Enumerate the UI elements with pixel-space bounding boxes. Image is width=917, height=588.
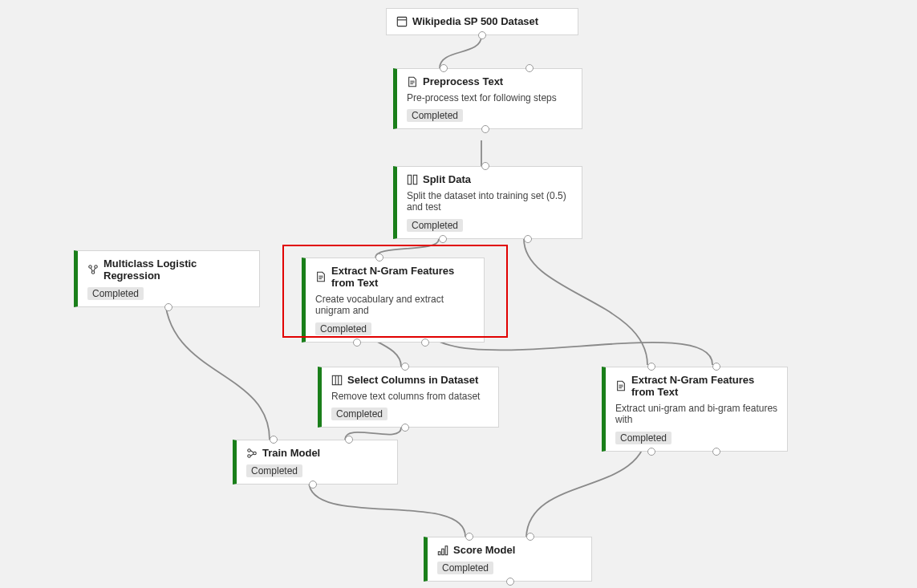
output-port[interactable]: [647, 448, 655, 456]
node-title: Wikipedia SP 500 Dataset: [412, 15, 538, 27]
output-port[interactable]: [481, 125, 489, 133]
output-port[interactable]: [439, 235, 447, 243]
input-port[interactable]: [481, 162, 489, 170]
status-badge: Completed: [87, 287, 144, 300]
svg-point-12: [248, 454, 251, 457]
train-icon: [246, 448, 258, 459]
algorithm-icon: [87, 264, 99, 275]
node-score-model[interactable]: Score Model Completed: [424, 537, 592, 582]
svg-rect-7: [332, 375, 341, 384]
input-port[interactable]: [345, 436, 353, 444]
svg-rect-14: [442, 549, 444, 554]
svg-point-5: [95, 266, 98, 269]
svg-point-11: [254, 452, 257, 455]
input-port[interactable]: [712, 363, 720, 371]
dataset-icon: [396, 16, 408, 27]
node-description: Split the dataset into training set (0.5…: [407, 190, 574, 213]
input-port[interactable]: [270, 436, 278, 444]
output-port[interactable]: [309, 481, 317, 489]
status-badge: Completed: [315, 322, 371, 335]
node-title: Extract N-Gram Features from Text: [331, 265, 476, 289]
input-port[interactable]: [465, 533, 473, 541]
svg-rect-13: [438, 551, 440, 554]
output-port[interactable]: [164, 303, 172, 311]
document-icon: [407, 76, 418, 87]
node-extract-ngram-1[interactable]: Extract N-Gram Features from Text Create…: [302, 258, 485, 343]
node-preprocess-text[interactable]: Preprocess Text Pre-process text for fol…: [393, 68, 582, 129]
document-icon: [615, 380, 627, 391]
svg-point-6: [91, 271, 95, 274]
input-port[interactable]: [525, 64, 534, 72]
node-title: Preprocess Text: [423, 75, 503, 87]
status-badge: Completed: [407, 219, 463, 232]
svg-rect-0: [397, 17, 406, 26]
output-port[interactable]: [524, 235, 532, 243]
node-select-columns[interactable]: Select Columns in Dataset Remove text co…: [318, 367, 499, 428]
status-badge: Completed: [407, 109, 463, 122]
node-extract-ngram-2[interactable]: Extract N-Gram Features from Text Extrac…: [602, 367, 788, 452]
document-icon: [315, 271, 327, 282]
node-split-data[interactable]: Split Data Split the dataset into traini…: [393, 166, 582, 239]
columns-icon: [331, 375, 343, 386]
svg-rect-2: [408, 175, 411, 184]
svg-point-10: [248, 448, 251, 452]
node-title: Extract N-Gram Features from Text: [631, 374, 779, 398]
svg-rect-15: [445, 545, 448, 554]
node-title: Score Model: [453, 544, 515, 556]
output-port[interactable]: [421, 339, 429, 347]
pipeline-canvas[interactable]: { "nodes": { "dataset": { "title": "Wiki…: [0, 0, 917, 588]
score-icon: [437, 545, 448, 556]
status-badge: Completed: [331, 408, 387, 420]
node-title: Multiclass Logistic Regression: [103, 258, 251, 282]
node-title: Select Columns in Dataset: [347, 374, 478, 386]
status-badge: Completed: [615, 432, 672, 444]
node-description: Extract uni-gram and bi-gram features wi…: [615, 403, 779, 426]
node-description: Create vocabulary and extract unigram an…: [315, 294, 476, 317]
node-description: Pre-process text for following steps: [407, 92, 574, 103]
node-multiclass-logistic-regression[interactable]: Multiclass Logistic Regression Completed: [74, 250, 260, 307]
output-port[interactable]: [353, 339, 361, 347]
output-port[interactable]: [478, 31, 486, 39]
node-wikipedia-dataset[interactable]: Wikipedia SP 500 Dataset: [386, 8, 578, 35]
input-port[interactable]: [401, 363, 409, 371]
node-train-model[interactable]: Train Model Completed: [233, 440, 398, 485]
output-port[interactable]: [401, 424, 409, 432]
input-port[interactable]: [375, 253, 383, 262]
split-icon: [407, 174, 418, 185]
input-port[interactable]: [526, 533, 534, 541]
node-title: Train Model: [262, 447, 320, 459]
svg-point-4: [89, 266, 92, 269]
status-badge: Completed: [246, 464, 302, 477]
input-port[interactable]: [647, 363, 655, 371]
output-port[interactable]: [712, 448, 720, 456]
node-title: Split Data: [423, 173, 471, 185]
node-description: Remove text columns from dataset: [331, 391, 490, 402]
svg-rect-3: [413, 175, 416, 184]
input-port[interactable]: [440, 64, 448, 72]
status-badge: Completed: [437, 562, 493, 574]
output-port[interactable]: [506, 578, 514, 586]
